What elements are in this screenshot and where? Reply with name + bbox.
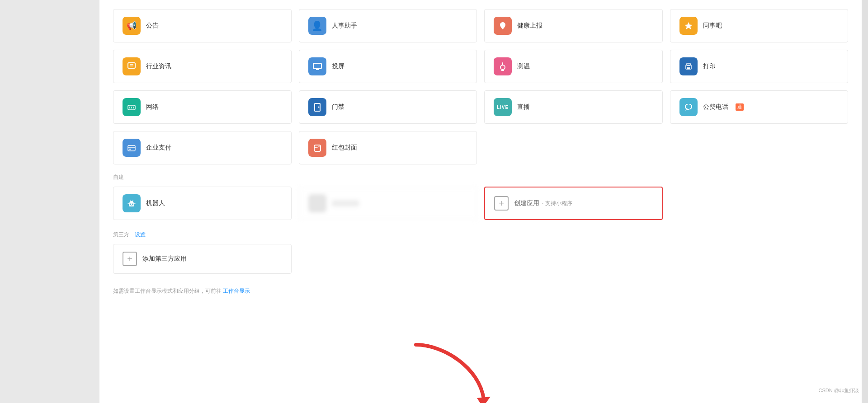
menjin-label: 门禁 <box>332 103 344 111</box>
app-row-2: 行业资讯 投屏 测温 打印 <box>113 50 848 83</box>
app-row-3: 网络 门禁 LIVE 直播 公费电话 通 <box>113 90 848 124</box>
svg-point-7 <box>500 65 505 70</box>
svg-rect-22 <box>314 145 321 151</box>
gongfei-label: 公费电话 <box>703 103 728 111</box>
qiyezhifu-icon <box>123 139 141 157</box>
footer-tip: 如需设置工作台显示模式和应用分组，可前往 工作台显示 <box>113 287 848 295</box>
hongbao-label: 红包封面 <box>332 144 357 152</box>
wangluo-icon <box>123 98 141 116</box>
jiqiren-icon <box>123 194 141 212</box>
blurred-text <box>332 200 359 206</box>
app-item-menjin[interactable]: 门禁 <box>299 90 477 124</box>
zhibo-icon: LIVE <box>494 98 512 116</box>
app-item-qiyezhifu[interactable]: 企业支付 <box>113 131 292 164</box>
hangye-icon <box>123 57 141 75</box>
dayin-label: 打印 <box>703 62 716 70</box>
tongshiba-icon <box>679 17 698 35</box>
app-item-tongshiba[interactable]: 同事吧 <box>670 9 849 42</box>
gongfei-tag: 通 <box>736 103 744 111</box>
svg-point-25 <box>130 200 131 201</box>
add-third-party-label: 添加第三方应用 <box>142 255 187 263</box>
create-text-group: 创建应用 · 支持小程序 <box>514 199 572 207</box>
svg-rect-4 <box>313 63 321 69</box>
app-row-1: 📢 公告 👤 人事助手 健康上报 同事吧 <box>113 9 848 42</box>
cewen-icon <box>494 57 512 75</box>
content-area: 📢 公告 👤 人事助手 健康上报 同事吧 <box>99 0 862 403</box>
self-built-row: 机器人 + 创建应用 · 支持小程序 <box>113 187 848 220</box>
gongfei-icon <box>679 98 698 116</box>
app-item-wangluo[interactable]: 网络 <box>113 90 292 124</box>
app-item-rensizhu[interactable]: 👤 人事助手 <box>299 9 477 42</box>
add-third-party-icon: + <box>123 252 137 266</box>
svg-point-26 <box>132 200 133 201</box>
svg-rect-19 <box>128 145 135 151</box>
gonggao-icon: 📢 <box>123 17 141 35</box>
svg-marker-32 <box>477 397 491 403</box>
app-item-blurred <box>299 187 477 220</box>
gonggao-label: 公告 <box>146 22 159 30</box>
rensizhu-icon: 👤 <box>308 17 326 35</box>
third-party-settings-link[interactable]: 设置 <box>135 231 146 239</box>
svg-point-27 <box>130 204 131 205</box>
blurred-icon <box>308 194 326 212</box>
tongshiba-label: 同事吧 <box>703 22 722 30</box>
create-app-button[interactable]: + 创建应用 · 支持小程序 <box>484 187 663 220</box>
workbench-display-link[interactable]: 工作台显示 <box>223 288 250 294</box>
zhibo-label: 直播 <box>517 103 530 111</box>
third-party-label: 第三方 <box>113 231 129 239</box>
svg-rect-21 <box>129 149 131 150</box>
app-item-hangye[interactable]: 行业资讯 <box>113 50 292 83</box>
svg-marker-0 <box>684 22 692 29</box>
third-party-header: 第三方 设置 <box>113 231 848 239</box>
create-plus-icon: + <box>494 196 509 211</box>
hangye-label: 行业资讯 <box>146 62 171 70</box>
cewen-label: 测温 <box>517 62 530 70</box>
rensizhu-label: 人事助手 <box>332 22 357 30</box>
svg-point-18 <box>318 107 319 108</box>
qiyezhifu-label: 企业支付 <box>146 144 171 152</box>
right-sidebar <box>862 0 868 403</box>
left-sidebar <box>0 0 99 403</box>
app-item-gonggao[interactable]: 📢 公告 <box>113 9 292 42</box>
svg-rect-10 <box>687 63 690 66</box>
empty-cell-2 <box>670 131 849 164</box>
svg-rect-1 <box>128 63 135 68</box>
arrow-annotation <box>407 340 497 403</box>
self-built-label: 自建 <box>113 173 848 181</box>
app-row-pay: 企业支付 红包封面 <box>113 131 848 164</box>
dayin-icon <box>679 57 698 75</box>
jiankang-label: 健康上报 <box>517 22 542 30</box>
app-item-jiankang[interactable]: 健康上报 <box>484 9 663 42</box>
app-item-touping[interactable]: 投屏 <box>299 50 477 83</box>
svg-point-28 <box>132 204 133 205</box>
app-item-cewen[interactable]: 测温 <box>484 50 663 83</box>
add-third-party-button[interactable]: + 添加第三方应用 <box>113 244 292 274</box>
third-party-row: + 添加第三方应用 <box>113 244 848 274</box>
touping-icon <box>308 57 326 75</box>
app-item-zhibo[interactable]: LIVE 直播 <box>484 90 663 124</box>
wangluo-label: 网络 <box>146 103 159 111</box>
svg-rect-29 <box>131 206 132 206</box>
app-item-jiqiren[interactable]: 机器人 <box>113 187 292 220</box>
main-content: 📢 公告 👤 人事助手 健康上报 同事吧 <box>99 0 862 403</box>
jiankang-icon <box>494 17 512 35</box>
menjin-icon <box>308 98 326 116</box>
third-party-section: 第三方 设置 + 添加第三方应用 <box>113 231 848 274</box>
touping-label: 投屏 <box>332 62 344 70</box>
create-label: 创建应用 · 支持小程序 <box>514 199 572 207</box>
hongbao-icon <box>308 139 326 157</box>
jiqiren-label: 机器人 <box>146 199 165 207</box>
watermark: CSDN @非鱼虾淡 <box>819 387 859 394</box>
app-item-gongfei[interactable]: 公费电话 通 <box>670 90 849 124</box>
app-item-hongbao[interactable]: 红包封面 <box>299 131 477 164</box>
svg-rect-24 <box>130 201 133 203</box>
app-item-dayin[interactable]: 打印 <box>670 50 849 83</box>
empty-cell-1 <box>484 131 663 164</box>
